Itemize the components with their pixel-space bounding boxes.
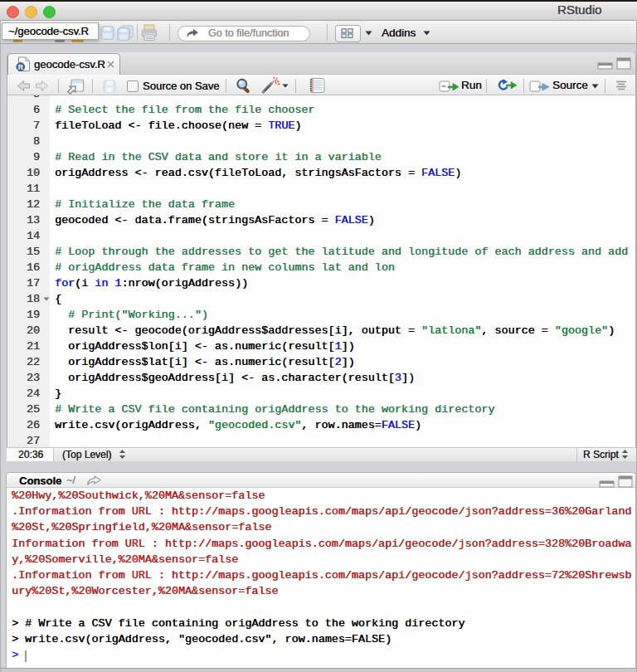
svg-text:R: R <box>18 63 24 71</box>
